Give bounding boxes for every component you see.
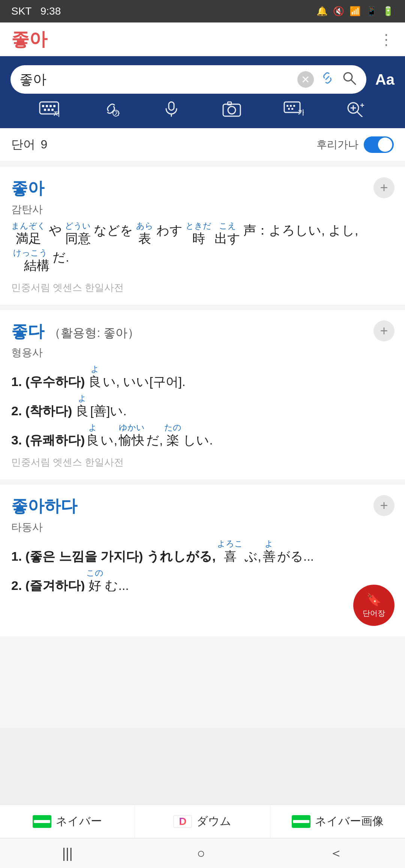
carrier: SKT: [11, 5, 32, 17]
ruby-yo1: よ 良: [88, 365, 101, 391]
microphone-icon[interactable]: [163, 100, 180, 121]
tab-naver-label: ネイバー: [56, 814, 102, 829]
tab-naver-image-label: ネイバー画像: [315, 814, 384, 829]
svg-line-1: [351, 80, 356, 84]
entry-pos-3: 타동사: [11, 520, 394, 534]
entry-source-2: 민중서림 엣센스 한일사전: [11, 456, 394, 469]
search-input[interactable]: 좋아: [20, 70, 292, 89]
add-button-1[interactable]: +: [374, 177, 394, 198]
tab-naver-image[interactable]: ネイバー画像: [270, 805, 405, 838]
status-icons: 🔔 🔇 📶 📱 🔋: [316, 6, 394, 16]
carrier-time: SKT 9:38: [11, 5, 61, 17]
naver-image-logo: [292, 815, 310, 828]
toggle-knob: [378, 138, 392, 152]
section-label: 단어: [11, 138, 35, 151]
search-button[interactable]: [341, 70, 357, 90]
ruby-kono: この 好: [86, 569, 104, 591]
bottom-tab-bar: ネイバー D ダウム ネイバー画像: [0, 804, 405, 838]
entry-word-3[interactable]: 좋아하다: [11, 495, 394, 517]
alarm-icon: 🔔: [316, 6, 328, 16]
status-bar: SKT 9:38 🔔 🔇 📶 📱 🔋: [0, 0, 405, 22]
def-2-1: 1. (우수하다) よ 良 い, いい[구어].: [11, 365, 394, 391]
svg-text:가: 가: [114, 110, 120, 116]
content-area: 단어 9 후리가나 + 좋아 감탄사 まんぞく 満足 や どうい 同意: [0, 128, 405, 728]
daum-logo: D: [173, 815, 192, 828]
svg-text:가: 가: [298, 109, 304, 116]
search-plus-icon[interactable]: +: [346, 100, 366, 121]
bookmark-icon: 🔖: [366, 593, 381, 607]
tab-naver[interactable]: ネイバー: [0, 805, 135, 838]
svg-rect-17: [228, 102, 231, 105]
battery-icon: 🔋: [382, 6, 394, 16]
clear-button[interactable]: ✕: [297, 71, 314, 88]
ruby-tokida: ときだ 時: [186, 222, 212, 247]
volume-icon: 🔇: [333, 6, 344, 16]
toggle-label: 후리가나: [316, 138, 358, 152]
menu-button[interactable]: ⋮: [379, 31, 394, 48]
svg-rect-6: [53, 105, 56, 107]
search-input-wrapper: 좋아 ✕: [10, 65, 366, 94]
furigana-line-1: まんぞく 満足 や どうい 同意 などを あら 表 わす ときだ 時 こえ 出す: [11, 222, 394, 247]
add-button-2[interactable]: +: [374, 320, 394, 341]
svg-rect-22: [288, 108, 290, 110]
svg-rect-21: [293, 105, 295, 107]
furigana-toggle[interactable]: [364, 136, 394, 153]
section-header: 단어 9 후리가나: [0, 128, 405, 162]
nav-bar: ||| ○ ＜: [0, 838, 405, 868]
ruby-yoroko: よろこ 喜: [217, 540, 243, 565]
search-area: 좋아 ✕ Aa: [0, 56, 405, 128]
svg-rect-8: [48, 109, 50, 111]
entry-word-line-2: 좋다 （활용형: 좋아）: [11, 320, 394, 343]
ruby-yo2: よ 良: [76, 394, 88, 420]
def-3-2: 2. (즐겨하다) この 好 む...: [11, 569, 394, 591]
tools-row: 저 가: [10, 100, 394, 121]
svg-rect-13: [169, 102, 174, 110]
entry-word-2[interactable]: 좋다: [11, 322, 44, 340]
definition-line2: けっこう 結構 だ.: [11, 249, 394, 274]
entry-card-3: + 좋아하다 타동사 1. (좋은 느낌을 가지다) うれしがる, よろこ 喜 …: [0, 485, 405, 636]
section-title-group: 단어 9: [11, 136, 47, 153]
camera-icon[interactable]: [222, 100, 242, 121]
svg-rect-23: [291, 108, 293, 110]
app-title: 좋아: [11, 27, 47, 51]
entry-word-suffix-2: （활용형: 좋아）: [49, 326, 140, 340]
link-icon[interactable]: [319, 70, 336, 90]
font-size-button[interactable]: Aa: [375, 71, 394, 88]
ruby-tano: たの 楽: [164, 424, 182, 449]
ruby-ara: あら 表: [136, 222, 153, 247]
recent-apps-button[interactable]: |||: [62, 846, 73, 861]
keyboard-icon[interactable]: 저: [39, 100, 59, 121]
link-draw-icon[interactable]: 가: [101, 100, 121, 121]
ruby-yukai: ゆかい 愉快: [119, 424, 145, 449]
back-button[interactable]: ＜: [329, 844, 343, 862]
ocr-keyboard-icon[interactable]: 가: [284, 100, 304, 121]
word-notebook-button[interactable]: 🔖 단어장: [353, 585, 394, 626]
entry-source-1: 민중서림 엣센스 한일사전: [11, 281, 394, 294]
entry-pos-1: 감탄사: [11, 202, 394, 217]
ruby-yo3: よ 良: [86, 424, 99, 449]
entry-pos-2: 형용사: [11, 346, 394, 360]
signal-icon: 📱: [366, 6, 377, 16]
svg-line-26: [357, 112, 362, 117]
entry-card-1: + 좋아 감탄사 まんぞく 満足 や どうい 同意 などを あら 表 わす とき…: [0, 167, 405, 305]
svg-rect-20: [290, 105, 292, 107]
svg-point-16: [228, 106, 236, 114]
word-notebook-label: 단어장: [363, 608, 385, 618]
def-3-1: 1. (좋은 느낌을 가지다) うれしがる, よろこ 喜 ぶ, よ 善 がる..…: [11, 540, 394, 565]
svg-rect-3: [42, 105, 44, 107]
ruby-yo-zen: よ 善: [263, 540, 276, 565]
def-2-2: 2. (착하다) よ 良 [善]い.: [11, 394, 394, 420]
section-count: 9: [40, 138, 47, 151]
add-button-3[interactable]: +: [374, 495, 394, 516]
home-button[interactable]: ○: [197, 846, 205, 861]
search-bar-row: 좋아 ✕ Aa: [10, 65, 394, 94]
svg-text:+: +: [360, 101, 364, 109]
time: 9:38: [40, 5, 61, 17]
svg-rect-5: [50, 105, 52, 107]
tab-daum-label: ダウム: [196, 814, 231, 829]
entry-word-1[interactable]: 좋아: [11, 177, 394, 199]
svg-text:저: 저: [53, 110, 59, 117]
tab-daum[interactable]: D ダウム: [135, 805, 270, 838]
section-right: 후리가나: [316, 136, 394, 153]
naver-logo: [33, 815, 51, 828]
